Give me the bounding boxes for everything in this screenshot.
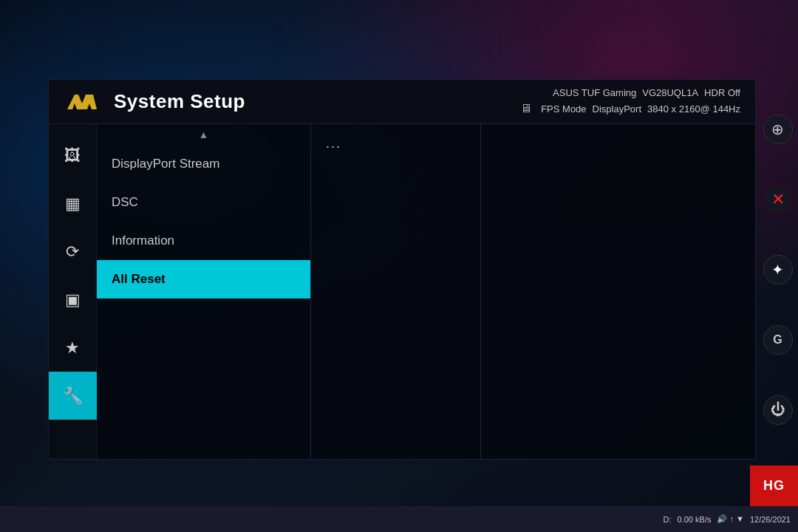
fps-mode: FPS Mode (541, 102, 586, 117)
osd-window: System Setup ASUS TUF Gaming VG28UQL1A H… (48, 79, 756, 460)
hg-text: HG (763, 478, 785, 494)
display-port: DisplayPort (593, 102, 641, 117)
menu-item-information[interactable]: Information (97, 222, 310, 260)
favorites-icon: ★ (65, 338, 80, 358)
nav-button[interactable]: ⊕ (763, 115, 793, 144)
value-column (481, 124, 755, 459)
power-icon: ⏻ (771, 401, 785, 418)
taskbar-datetime: 12/26/2021 (750, 515, 791, 524)
sidebar-item-display[interactable]: ▣ (49, 276, 97, 324)
brightness-icon: ✦ (771, 261, 784, 279)
sidebar-item-system[interactable]: 🔧 (49, 372, 97, 420)
menu-item-displayport-stream[interactable]: DisplayPort Stream (97, 145, 310, 183)
right-controls: ⊕ ✕ ✦ G ⏻ (757, 79, 798, 460)
brightness-button[interactable]: ✦ (763, 255, 793, 284)
image-icon: 🖼 (64, 146, 81, 166)
game-mode-icon: G (773, 333, 782, 347)
nav-icon: ⊕ (771, 120, 784, 138)
model-name: VG28UQL1A (642, 86, 698, 100)
network-speed: 0.00 kB/s (678, 515, 712, 524)
sidebar: 🖼 ▦ ⟳ ▣ ★ 🔧 (49, 124, 97, 459)
monitor-icon: 🖥 (520, 100, 532, 117)
menu-column: ▲ DisplayPort Stream DSC Information All… (97, 124, 311, 459)
close-icon: ✕ (771, 190, 785, 209)
game-mode-button[interactable]: G (763, 325, 793, 355)
osd-body: 🖼 ▦ ⟳ ▣ ★ 🔧 ▲ (49, 124, 755, 459)
sidebar-item-favorites[interactable]: ★ (49, 324, 97, 372)
network-label: D: (664, 515, 672, 524)
input-icon: ⟳ (66, 242, 79, 262)
resolution: 3840 x 2160@ 144Hz (647, 102, 740, 117)
scroll-up-indicator[interactable]: ▲ (97, 124, 310, 145)
osd-header: System Setup ASUS TUF Gaming VG28UQL1A H… (49, 80, 755, 124)
taskbar-icons: 🔊 ↑ ▼ (717, 514, 744, 524)
system-icon: 🔧 (63, 386, 83, 406)
menu-item-all-reset[interactable]: All Reset (97, 260, 310, 299)
hg-watermark: HG (750, 466, 798, 506)
sub-column: ... (311, 124, 481, 459)
monitor-name: ASUS TUF Gaming (553, 86, 636, 100)
content-area: ▲ DisplayPort Stream DSC Information All… (97, 124, 755, 459)
ellipsis-indicator: ... (326, 136, 341, 151)
hdr-status: HDR Off (704, 86, 740, 100)
sidebar-item-color[interactable]: ▦ (49, 180, 97, 228)
sidebar-item-input[interactable]: ⟳ (49, 228, 97, 276)
asus-logo (64, 87, 100, 117)
taskbar: D: 0.00 kB/s 🔊 ↑ ▼ 12/26/2021 (0, 506, 798, 532)
page-title: System Setup (114, 90, 520, 113)
power-button[interactable]: ⏻ (763, 395, 793, 425)
close-button[interactable]: ✕ (763, 185, 793, 214)
menu-item-dsc[interactable]: DSC (97, 183, 310, 222)
display-icon: ▣ (65, 290, 81, 310)
sidebar-item-image[interactable]: 🖼 (49, 132, 97, 180)
header-info: ASUS TUF Gaming VG28UQL1A HDR Off 🖥 FPS … (520, 86, 740, 118)
color-icon: ▦ (65, 194, 81, 214)
